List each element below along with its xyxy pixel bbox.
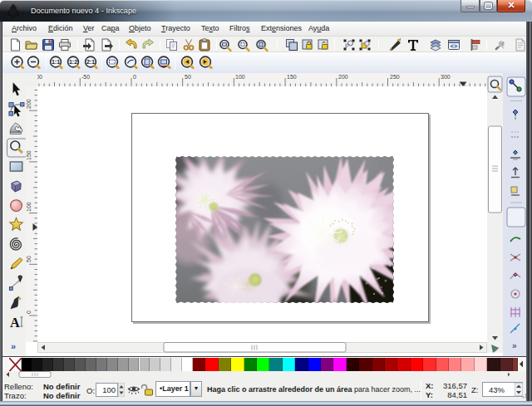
svg-text:2:1: 2:1 [86,59,95,65]
svg-text:150: 150 [287,74,297,80]
svg-text:-50: -50 [81,74,90,80]
svg-text:100: 100 [26,202,32,212]
svg-text:0: 0 [26,311,32,314]
svg-text:»: » [11,341,16,351]
svg-text:250: 250 [390,74,400,80]
svg-text:50: 50 [26,256,32,262]
svg-text:A: A [10,315,20,330]
svg-text:150: 150 [26,150,32,160]
svg-text:1:1: 1:1 [52,59,60,65]
svg-text:<>: <> [451,43,457,50]
svg-text:50: 50 [185,74,191,80]
svg-text:0: 0 [133,74,136,80]
svg-text:»: » [512,341,517,350]
svg-text:-100: -100 [37,74,42,80]
svg-text:100: 100 [235,74,245,80]
svg-text:200: 200 [26,99,32,109]
svg-text:1:2: 1:2 [69,59,77,65]
svg-text:200: 200 [338,74,348,80]
svg-text:300: 300 [441,74,451,80]
